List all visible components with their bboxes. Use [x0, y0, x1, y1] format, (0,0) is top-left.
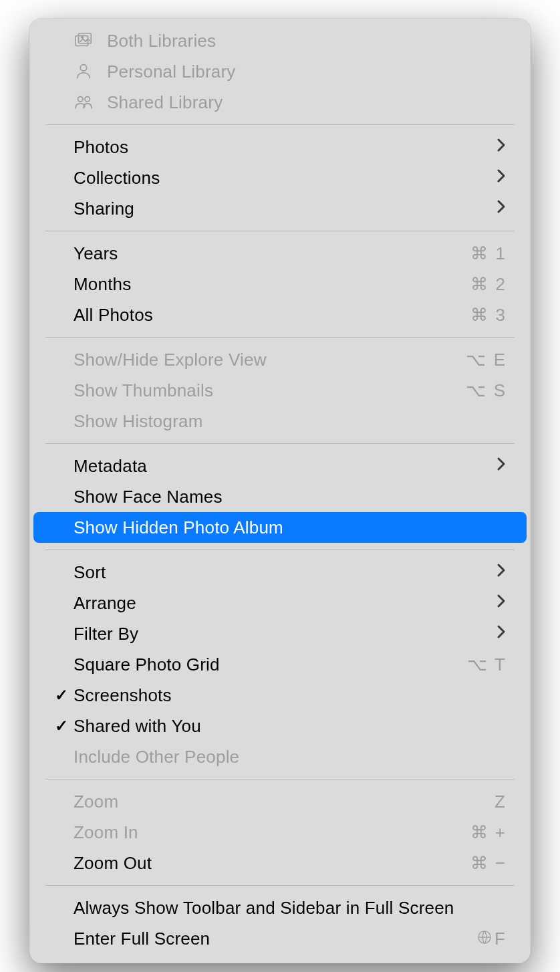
menu-item-enter-full-screen[interactable]: Enter Full Screen F: [33, 923, 527, 954]
separator: [45, 231, 515, 231]
menu-label: Show Thumbnails: [74, 380, 466, 401]
chevron-right-icon: [496, 137, 507, 158]
shortcut-key: F: [495, 929, 507, 949]
menu-item-always-show-toolbar[interactable]: Always Show Toolbar and Sidebar in Full …: [33, 892, 527, 923]
shortcut: F: [477, 929, 507, 949]
menu-item-years[interactable]: Years ⌘ 1: [33, 238, 527, 269]
menu-item-face-names[interactable]: Show Face Names: [33, 481, 527, 512]
shortcut: ⌥ T: [467, 654, 507, 675]
shortcut: ⌘ 3: [470, 305, 507, 326]
menu-label: Show Hidden Photo Album: [74, 517, 507, 538]
menu-item-screenshots[interactable]: ✓ Screenshots: [33, 680, 527, 711]
menu-label: Filter By: [74, 624, 496, 644]
menu-item-photos[interactable]: Photos: [33, 132, 527, 162]
person-icon: [74, 62, 107, 82]
menu-item-sort[interactable]: Sort: [33, 557, 527, 588]
check-icon: ✓: [55, 717, 74, 735]
menu-item-collections[interactable]: Collections: [33, 162, 527, 193]
separator: [45, 885, 515, 886]
shortcut: ⌘ 1: [470, 243, 507, 264]
menu-item-sharing[interactable]: Sharing: [33, 193, 527, 224]
menu-label: Both Libraries: [107, 31, 507, 51]
menu-label: Shared Library: [107, 92, 507, 113]
menu-label: Collections: [74, 168, 496, 189]
view-menu: Both Libraries Personal Library Shared L…: [29, 19, 531, 963]
globe-icon: [477, 929, 492, 949]
menu-item-zoom: Zoom Z: [33, 786, 527, 817]
menu-label: Sort: [74, 562, 496, 583]
shortcut: ⌥ E: [466, 350, 507, 370]
separator: [45, 443, 515, 444]
menu-label: Include Other People: [74, 747, 507, 767]
menu-item-shared-library: Shared Library: [33, 87, 527, 118]
separator: [45, 124, 515, 125]
menu-label: Enter Full Screen: [74, 929, 477, 949]
check-icon: ✓: [55, 686, 74, 705]
svg-point-2: [82, 36, 84, 38]
menu-label: Show Histogram: [74, 411, 507, 432]
menu-item-filter-by[interactable]: Filter By: [33, 618, 527, 649]
shortcut: Z: [495, 792, 507, 812]
menu-item-shared-with-you[interactable]: ✓ Shared with You: [33, 711, 527, 741]
chevron-right-icon: [496, 168, 507, 189]
libraries-icon: [74, 31, 107, 51]
people-icon: [74, 92, 107, 112]
separator: [45, 550, 515, 550]
menu-item-include-other-people: Include Other People: [33, 741, 527, 772]
menu-item-arrange[interactable]: Arrange: [33, 588, 527, 618]
menu-item-hidden-album[interactable]: Show Hidden Photo Album: [33, 512, 527, 543]
chevron-right-icon: [496, 624, 507, 644]
menu-item-zoom-in: Zoom In ⌘ +: [33, 817, 527, 848]
menu-label: Show Face Names: [74, 487, 507, 507]
menu-item-square-grid[interactable]: Square Photo Grid ⌥ T: [33, 649, 527, 680]
menu-item-both-libraries: Both Libraries: [33, 25, 527, 56]
shortcut: ⌘ 2: [470, 274, 507, 295]
menu-item-thumbnails: Show Thumbnails ⌥ S: [33, 375, 527, 406]
menu-label: All Photos: [74, 305, 470, 326]
chevron-right-icon: [496, 456, 507, 477]
shortcut: ⌥ S: [466, 380, 507, 401]
separator: [45, 337, 515, 338]
menu-label: Zoom Out: [74, 853, 470, 874]
shortcut: ⌘ −: [470, 853, 507, 874]
menu-item-histogram: Show Histogram: [33, 406, 527, 437]
chevron-right-icon: [496, 199, 507, 219]
menu-label: Square Photo Grid: [74, 654, 467, 675]
chevron-right-icon: [496, 593, 507, 614]
menu-label: Metadata: [74, 456, 496, 477]
menu-label: Photos: [74, 137, 496, 158]
menu-item-metadata[interactable]: Metadata: [33, 451, 527, 481]
menu-label: Arrange: [74, 593, 496, 614]
chevron-right-icon: [496, 562, 507, 583]
menu-label: Always Show Toolbar and Sidebar in Full …: [74, 898, 507, 919]
menu-label: Personal Library: [107, 62, 507, 82]
menu-item-months[interactable]: Months ⌘ 2: [33, 269, 527, 299]
menu-label: Sharing: [74, 199, 496, 219]
svg-point-3: [80, 65, 86, 71]
menu-item-explore-view: Show/Hide Explore View ⌥ E: [33, 344, 527, 375]
svg-point-4: [78, 97, 84, 102]
menu-label: Months: [74, 274, 470, 295]
svg-point-5: [85, 97, 90, 102]
menu-label: Show/Hide Explore View: [74, 350, 466, 370]
menu-item-zoom-out[interactable]: Zoom Out ⌘ −: [33, 848, 527, 878]
menu-label: Zoom In: [74, 822, 470, 843]
menu-label: Zoom: [74, 792, 495, 812]
menu-label: Years: [74, 243, 470, 264]
menu-item-all-photos[interactable]: All Photos ⌘ 3: [33, 299, 527, 330]
shortcut: ⌘ +: [470, 822, 507, 843]
menu-label: Screenshots: [74, 685, 507, 706]
menu-item-personal-library: Personal Library: [33, 56, 527, 87]
menu-label: Shared with You: [74, 716, 507, 737]
separator: [45, 779, 515, 779]
